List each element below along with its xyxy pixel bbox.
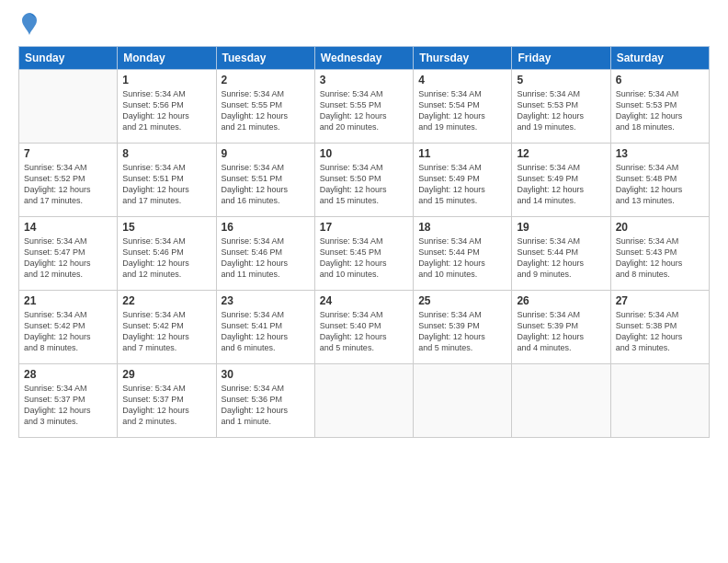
col-header-friday: Friday — [512, 47, 610, 70]
day-number: 13 — [616, 147, 704, 160]
calendar-cell: 29Sunrise: 5:34 AM Sunset: 5:37 PM Dayli… — [118, 364, 216, 438]
col-header-sunday: Sunday — [19, 47, 118, 70]
cell-info: Sunrise: 5:34 AM Sunset: 5:55 PM Dayligh… — [222, 88, 310, 133]
cell-info: Sunrise: 5:34 AM Sunset: 5:45 PM Dayligh… — [320, 236, 408, 281]
page: SundayMondayTuesdayWednesdayThursdayFrid… — [0, 0, 728, 563]
calendar-cell: 5Sunrise: 5:34 AM Sunset: 5:53 PM Daylig… — [512, 70, 610, 144]
col-header-saturday: Saturday — [610, 47, 709, 70]
cell-info: Sunrise: 5:34 AM Sunset: 5:54 PM Dayligh… — [418, 88, 506, 133]
logo-text — [18, 15, 39, 37]
day-number: 30 — [222, 368, 310, 381]
calendar-cell: 21Sunrise: 5:34 AM Sunset: 5:42 PM Dayli… — [19, 291, 118, 364]
day-number: 8 — [122, 147, 210, 160]
cell-info: Sunrise: 5:34 AM Sunset: 5:42 PM Dayligh… — [122, 309, 210, 354]
day-number: 20 — [616, 221, 704, 234]
day-number: 7 — [24, 147, 112, 160]
day-number: 23 — [222, 294, 310, 307]
calendar-cell: 30Sunrise: 5:34 AM Sunset: 5:36 PM Dayli… — [216, 364, 314, 438]
day-number: 9 — [222, 147, 310, 160]
day-number: 26 — [517, 294, 605, 307]
cell-info: Sunrise: 5:34 AM Sunset: 5:51 PM Dayligh… — [222, 162, 310, 207]
col-header-wednesday: Wednesday — [314, 47, 413, 70]
col-header-monday: Monday — [118, 47, 216, 70]
cell-info: Sunrise: 5:34 AM Sunset: 5:47 PM Dayligh… — [24, 236, 112, 281]
calendar-cell — [610, 364, 709, 438]
calendar-cell: 9Sunrise: 5:34 AM Sunset: 5:51 PM Daylig… — [216, 144, 314, 217]
cell-info: Sunrise: 5:34 AM Sunset: 5:46 PM Dayligh… — [222, 236, 310, 281]
cell-info: Sunrise: 5:34 AM Sunset: 5:55 PM Dayligh… — [320, 88, 408, 133]
cell-info: Sunrise: 5:34 AM Sunset: 5:46 PM Dayligh… — [122, 236, 210, 281]
calendar-cell: 28Sunrise: 5:34 AM Sunset: 5:37 PM Dayli… — [19, 364, 118, 438]
calendar-cell — [512, 364, 610, 438]
day-number: 10 — [320, 147, 408, 160]
cell-info: Sunrise: 5:34 AM Sunset: 5:51 PM Dayligh… — [122, 162, 210, 207]
calendar-cell: 18Sunrise: 5:34 AM Sunset: 5:44 PM Dayli… — [414, 217, 512, 291]
col-header-tuesday: Tuesday — [216, 47, 314, 70]
day-number: 22 — [122, 294, 210, 307]
day-number: 16 — [222, 221, 310, 234]
cell-info: Sunrise: 5:34 AM Sunset: 5:40 PM Dayligh… — [320, 309, 408, 354]
calendar-cell: 23Sunrise: 5:34 AM Sunset: 5:41 PM Dayli… — [216, 291, 314, 364]
day-number: 28 — [24, 368, 112, 381]
cell-info: Sunrise: 5:34 AM Sunset: 5:56 PM Dayligh… — [122, 88, 210, 133]
cell-info: Sunrise: 5:34 AM Sunset: 5:44 PM Dayligh… — [418, 236, 506, 281]
cell-info: Sunrise: 5:34 AM Sunset: 5:49 PM Dayligh… — [517, 162, 605, 207]
cell-info: Sunrise: 5:34 AM Sunset: 5:37 PM Dayligh… — [24, 383, 112, 428]
cell-info: Sunrise: 5:34 AM Sunset: 5:39 PM Dayligh… — [517, 309, 605, 354]
day-number: 15 — [122, 221, 210, 234]
day-number: 6 — [616, 74, 704, 86]
calendar-cell: 24Sunrise: 5:34 AM Sunset: 5:40 PM Dayli… — [314, 291, 413, 364]
calendar-week-row: 1Sunrise: 5:34 AM Sunset: 5:56 PM Daylig… — [19, 70, 710, 144]
calendar-cell: 2Sunrise: 5:34 AM Sunset: 5:55 PM Daylig… — [216, 70, 314, 144]
cell-info: Sunrise: 5:34 AM Sunset: 5:44 PM Dayligh… — [517, 236, 605, 281]
calendar-week-row: 28Sunrise: 5:34 AM Sunset: 5:37 PM Dayli… — [19, 364, 710, 438]
cell-info: Sunrise: 5:34 AM Sunset: 5:37 PM Dayligh… — [122, 383, 210, 428]
calendar-cell: 6Sunrise: 5:34 AM Sunset: 5:53 PM Daylig… — [610, 70, 709, 144]
day-number: 14 — [24, 221, 112, 234]
cell-info: Sunrise: 5:34 AM Sunset: 5:41 PM Dayligh… — [222, 309, 310, 354]
calendar-cell: 16Sunrise: 5:34 AM Sunset: 5:46 PM Dayli… — [216, 217, 314, 291]
day-number: 25 — [418, 294, 506, 307]
logo — [18, 15, 39, 37]
day-number: 21 — [24, 294, 112, 307]
calendar-cell: 17Sunrise: 5:34 AM Sunset: 5:45 PM Dayli… — [314, 217, 413, 291]
calendar-cell: 12Sunrise: 5:34 AM Sunset: 5:49 PM Dayli… — [512, 144, 610, 217]
calendar-cell: 4Sunrise: 5:34 AM Sunset: 5:54 PM Daylig… — [414, 70, 512, 144]
calendar-week-row: 21Sunrise: 5:34 AM Sunset: 5:42 PM Dayli… — [19, 291, 710, 364]
header — [18, 15, 710, 37]
calendar-table: SundayMondayTuesdayWednesdayThursdayFrid… — [18, 46, 710, 438]
calendar-cell: 10Sunrise: 5:34 AM Sunset: 5:50 PM Dayli… — [314, 144, 413, 217]
calendar-cell: 25Sunrise: 5:34 AM Sunset: 5:39 PM Dayli… — [414, 291, 512, 364]
cell-info: Sunrise: 5:34 AM Sunset: 5:48 PM Dayligh… — [616, 162, 704, 207]
day-number: 1 — [122, 74, 210, 86]
calendar-cell — [414, 364, 512, 438]
day-number: 27 — [616, 294, 704, 307]
calendar-cell: 7Sunrise: 5:34 AM Sunset: 5:52 PM Daylig… — [19, 144, 118, 217]
calendar-header-row: SundayMondayTuesdayWednesdayThursdayFrid… — [19, 47, 710, 70]
calendar-cell: 8Sunrise: 5:34 AM Sunset: 5:51 PM Daylig… — [118, 144, 216, 217]
cell-info: Sunrise: 5:34 AM Sunset: 5:43 PM Dayligh… — [616, 236, 704, 281]
calendar-week-row: 7Sunrise: 5:34 AM Sunset: 5:52 PM Daylig… — [19, 144, 710, 217]
cell-info: Sunrise: 5:34 AM Sunset: 5:49 PM Dayligh… — [418, 162, 506, 207]
day-number: 11 — [418, 147, 506, 160]
cell-info: Sunrise: 5:34 AM Sunset: 5:50 PM Dayligh… — [320, 162, 408, 207]
cell-info: Sunrise: 5:34 AM Sunset: 5:36 PM Dayligh… — [222, 383, 310, 428]
calendar-week-row: 14Sunrise: 5:34 AM Sunset: 5:47 PM Dayli… — [19, 217, 710, 291]
calendar-cell: 26Sunrise: 5:34 AM Sunset: 5:39 PM Dayli… — [512, 291, 610, 364]
calendar-cell: 27Sunrise: 5:34 AM Sunset: 5:38 PM Dayli… — [610, 291, 709, 364]
cell-info: Sunrise: 5:34 AM Sunset: 5:52 PM Dayligh… — [24, 162, 112, 207]
calendar-cell: 13Sunrise: 5:34 AM Sunset: 5:48 PM Dayli… — [610, 144, 709, 217]
calendar-cell — [19, 70, 118, 144]
calendar-cell — [314, 364, 413, 438]
calendar-cell: 22Sunrise: 5:34 AM Sunset: 5:42 PM Dayli… — [118, 291, 216, 364]
calendar-cell: 15Sunrise: 5:34 AM Sunset: 5:46 PM Dayli… — [118, 217, 216, 291]
calendar-cell: 20Sunrise: 5:34 AM Sunset: 5:43 PM Dayli… — [610, 217, 709, 291]
cell-info: Sunrise: 5:34 AM Sunset: 5:53 PM Dayligh… — [517, 88, 605, 133]
calendar-cell: 1Sunrise: 5:34 AM Sunset: 5:56 PM Daylig… — [118, 70, 216, 144]
calendar-cell: 14Sunrise: 5:34 AM Sunset: 5:47 PM Dayli… — [19, 217, 118, 291]
calendar-cell: 11Sunrise: 5:34 AM Sunset: 5:49 PM Dayli… — [414, 144, 512, 217]
day-number: 3 — [320, 74, 408, 86]
calendar-cell: 3Sunrise: 5:34 AM Sunset: 5:55 PM Daylig… — [314, 70, 413, 144]
day-number: 5 — [517, 74, 605, 86]
cell-info: Sunrise: 5:34 AM Sunset: 5:38 PM Dayligh… — [616, 309, 704, 354]
